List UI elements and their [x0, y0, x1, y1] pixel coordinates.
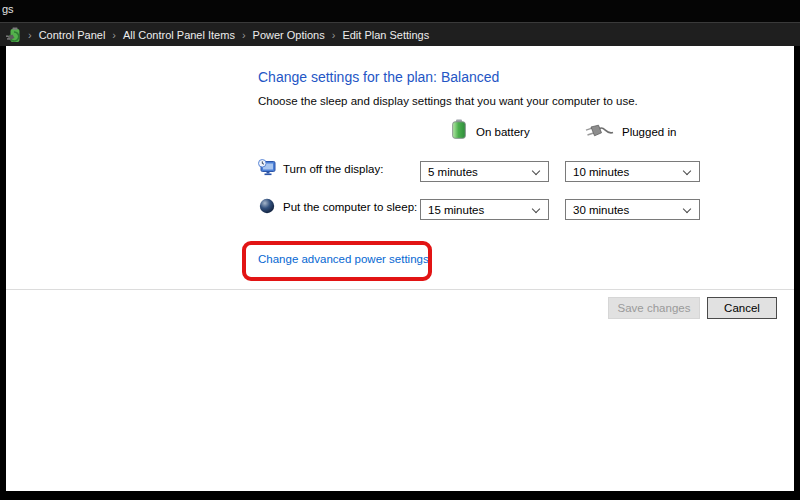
chevron-down-icon	[532, 205, 540, 213]
display-on-battery-select[interactable]: 5 minutes	[420, 161, 549, 182]
sleep-on-battery-select[interactable]: 15 minutes	[420, 199, 549, 220]
sleep-plugged-in-value: 30 minutes	[573, 204, 629, 216]
battery-icon	[452, 119, 466, 143]
chevron-down-icon	[683, 167, 691, 175]
page-subtitle: Choose the sleep and display settings th…	[258, 95, 638, 107]
page-title: Change settings for the plan: Balanced	[258, 69, 499, 85]
window-title-fragment: gs	[2, 3, 14, 15]
display-plugged-in-select[interactable]: 10 minutes	[565, 161, 700, 182]
chevron-down-icon	[532, 167, 540, 175]
turn-off-display-label: Turn off the display:	[283, 163, 383, 175]
on-battery-column-header: On battery	[476, 126, 530, 138]
breadcrumb-separator: ›	[239, 29, 249, 41]
display-timeout-icon	[258, 159, 276, 180]
content-divider	[6, 289, 794, 290]
plug-icon	[584, 124, 614, 145]
plugged-in-column-header: Plugged in	[622, 126, 676, 138]
display-plugged-in-value: 10 minutes	[573, 166, 629, 178]
chevron-down-icon	[683, 205, 691, 213]
display-on-battery-value: 5 minutes	[428, 166, 478, 178]
breadcrumb-separator: ›	[25, 29, 35, 41]
save-changes-button[interactable]: Save changes	[608, 297, 700, 319]
main-content: Change settings for the plan: Balanced C…	[6, 46, 794, 491]
change-advanced-power-settings-link[interactable]: Change advanced power settings	[258, 253, 429, 265]
breadcrumb-separator: ›	[329, 29, 339, 41]
put-computer-to-sleep-label: Put the computer to sleep:	[283, 201, 417, 213]
sleep-plugged-in-select[interactable]: 30 minutes	[565, 199, 700, 220]
breadcrumb: › Control Panel › All Control Panel Item…	[0, 22, 800, 46]
breadcrumb-separator: ›	[109, 29, 119, 41]
breadcrumb-item-power-options[interactable]: Power Options	[249, 29, 329, 41]
breadcrumb-item-all-control-panel-items[interactable]: All Control Panel Items	[119, 29, 239, 41]
cancel-button[interactable]: Cancel	[707, 297, 777, 319]
window-titlebar: gs	[0, 0, 800, 22]
sleep-on-battery-value: 15 minutes	[428, 204, 484, 216]
power-options-icon	[6, 26, 23, 43]
breadcrumb-item-edit-plan-settings[interactable]: Edit Plan Settings	[338, 29, 433, 41]
breadcrumb-item-control-panel[interactable]: Control Panel	[35, 29, 110, 41]
edit-plan-settings-window: gs › Control Panel › All Control Panel I…	[0, 0, 800, 500]
sleep-icon	[259, 198, 275, 218]
